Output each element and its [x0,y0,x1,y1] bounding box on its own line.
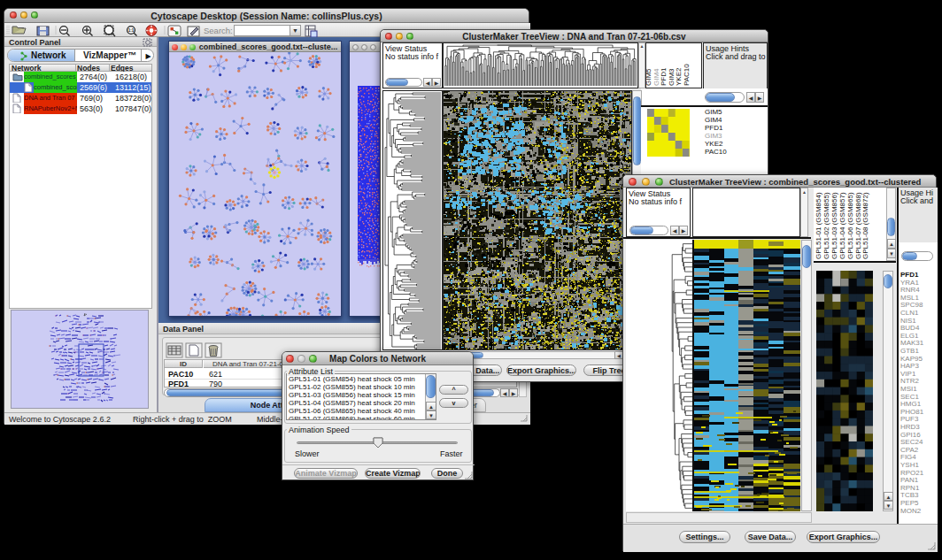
svg-text:GPL51-07 (GSM868): GPL51-07 (GSM868) [854,192,862,259]
svg-text:GPL51-04 (GSM857): GPL51-04 (GSM857) [838,192,846,259]
svg-text:1:1: 1:1 [128,28,135,33]
svg-text:GPL51-01 (GSM854): GPL51-01 (GSM854) [815,192,822,259]
svg-text:GPL51-08 (GSM872): GPL51-08 (GSM872) [861,192,869,259]
svg-text:PAC10: PAC10 [683,64,691,86]
svg-text:GPL51-02 (GSM855): GPL51-02 (GSM855) [822,192,830,259]
svg-text:GPL51-03 (GSM856): GPL51-03 (GSM856) [830,192,838,259]
svg-text:GPL51-06 (GSM865): GPL51-06 (GSM865) [846,192,854,259]
